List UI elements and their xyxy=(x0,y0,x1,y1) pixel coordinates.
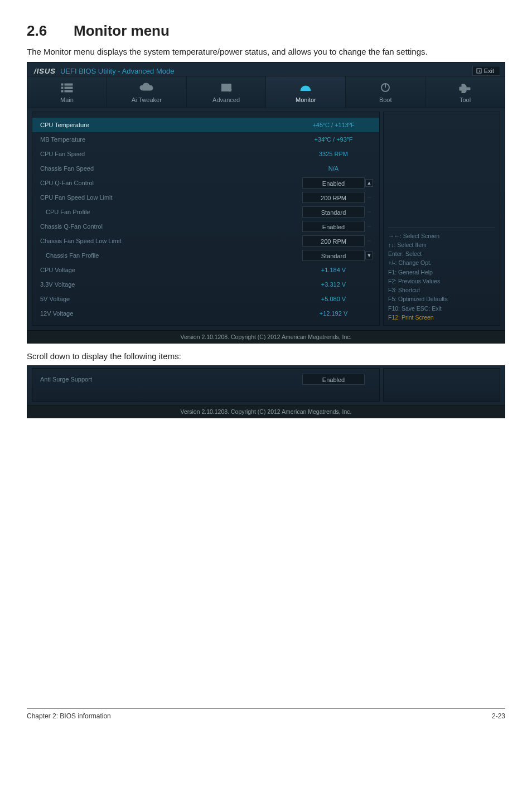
tab-boot[interactable]: Boot xyxy=(346,76,425,108)
row-cpu-voltage[interactable]: CPU Voltage+1.184 V xyxy=(32,263,379,277)
item-value: N/A xyxy=(302,165,365,172)
tab-ai-tweaker[interactable]: Ai Tweaker xyxy=(107,76,187,108)
scroll-track[interactable] xyxy=(367,240,371,241)
item-label: 3.3V Voltage xyxy=(40,281,302,288)
item-value: +34ºC / +93ºF xyxy=(302,136,365,143)
tab-advanced[interactable]: Advanced xyxy=(187,76,267,108)
chip-icon xyxy=(187,82,266,93)
scroll-note: Scroll down to display the following ite… xyxy=(27,351,505,361)
tab-label: Advanced xyxy=(187,96,266,103)
help-pane-fragment xyxy=(383,368,500,402)
help-pane: →←: Select Screen ↑↓: Select Item Enter:… xyxy=(383,112,500,326)
item-label: Chassis Fan Profile xyxy=(40,252,302,259)
wrench-icon xyxy=(425,82,505,93)
item-label: CPU Fan Speed Low Limit xyxy=(40,194,302,201)
power-icon xyxy=(346,82,425,93)
svg-point-8 xyxy=(228,88,231,91)
help-line: F12: Print Screen xyxy=(388,313,495,322)
item-value[interactable]: Standard xyxy=(302,206,365,218)
item-value: +45ºC / +113ºF xyxy=(302,122,365,128)
scroll-track[interactable] xyxy=(367,226,371,227)
page-footer: Chapter 2: BIOS information 2-23 xyxy=(27,708,505,720)
intro-paragraph: The Monitor menu displays the system tem… xyxy=(27,46,505,57)
row-3v3-voltage[interactable]: 3.3V Voltage+3.312 V xyxy=(32,277,379,292)
item-value[interactable]: Enabled xyxy=(302,374,365,385)
list-icon xyxy=(27,82,107,93)
scroll-track[interactable] xyxy=(367,197,371,198)
svg-rect-0 xyxy=(477,69,481,73)
item-label: 5V Voltage xyxy=(40,296,302,302)
item-value: +5.080 V xyxy=(302,296,365,302)
settings-list-fragment: Anti Surge Support Enabled xyxy=(32,368,380,402)
item-label: CPU Fan Profile xyxy=(40,209,302,215)
item-value[interactable]: 200 RPM xyxy=(302,192,365,203)
brand-logo: /ISUS xyxy=(34,67,56,75)
item-label: CPU Voltage xyxy=(40,267,302,273)
svg-rect-5 xyxy=(61,90,63,92)
help-line: F1: General Help xyxy=(388,268,495,277)
footer-right: 2-23 xyxy=(492,712,505,720)
tab-monitor[interactable]: Monitor xyxy=(266,76,346,108)
help-text: →←: Select Screen ↑↓: Select Item Enter:… xyxy=(388,228,495,322)
svg-rect-3 xyxy=(61,87,63,89)
bios-window-main: /ISUS UEFI BIOS Utility - Advanced Mode … xyxy=(27,62,505,344)
tab-tool[interactable]: Tool xyxy=(425,76,505,108)
bios-mode-text: UEFI BIOS Utility - Advanced Mode xyxy=(60,67,174,75)
help-line: F2: Previous Values xyxy=(388,277,495,286)
tab-label: Main xyxy=(27,96,107,103)
tab-label: Ai Tweaker xyxy=(107,96,186,103)
item-value[interactable]: Enabled xyxy=(302,221,365,232)
row-anti-surge[interactable]: Anti Surge Support Enabled xyxy=(32,372,379,386)
section-title-text: Monitor menu xyxy=(74,22,170,39)
row-chassis-fan-profile[interactable]: Chassis Fan ProfileStandard▼ xyxy=(32,248,379,263)
svg-rect-1 xyxy=(61,84,63,85)
help-line: ↑↓: Select Item xyxy=(388,240,495,249)
item-label: Chassis Fan Speed Low Limit xyxy=(40,238,302,244)
row-cpu-fan-speed[interactable]: CPU Fan Speed3325 RPM xyxy=(32,147,379,161)
item-value: +1.184 V xyxy=(302,267,365,273)
settings-list: CPU Temperature+45ºC / +113ºF MB Tempera… xyxy=(32,112,380,326)
row-cpu-temperature[interactable]: CPU Temperature+45ºC / +113ºF xyxy=(32,118,379,132)
help-line: Enter: Select xyxy=(388,249,495,258)
scroll-track[interactable] xyxy=(367,211,371,212)
item-value: 3325 RPM xyxy=(302,151,365,157)
help-line: +/-: Change Opt. xyxy=(388,258,495,267)
item-label: CPU Temperature xyxy=(40,122,302,128)
item-value[interactable]: Enabled xyxy=(302,177,365,189)
row-12v-voltage[interactable]: 12V Voltage+12.192 V xyxy=(32,306,379,321)
item-label: MB Temperature xyxy=(40,136,302,143)
item-label: Chassis Fan Speed xyxy=(40,165,302,172)
help-line: F10: Save ESC: Exit xyxy=(388,304,495,313)
item-value[interactable]: 200 RPM xyxy=(302,235,365,247)
item-label: 12V Voltage xyxy=(40,310,302,317)
exit-button[interactable]: Exit xyxy=(472,66,500,76)
help-line: F3: Shortcut xyxy=(388,286,495,294)
row-chassis-fan-low-limit[interactable]: Chassis Fan Speed Low Limit200 RPM xyxy=(32,234,379,248)
help-line: →←: Select Screen xyxy=(388,231,495,240)
svg-rect-4 xyxy=(65,87,72,89)
exit-icon xyxy=(476,68,482,74)
bios-footer: Version 2.10.1208. Copyright (C) 2012 Am… xyxy=(27,330,505,343)
title-bar: /ISUS UEFI BIOS Utility - Advanced Mode … xyxy=(27,62,505,76)
row-chassis-fan-speed[interactable]: Chassis Fan SpeedN/A xyxy=(32,161,379,176)
row-cpu-fan-low-limit[interactable]: CPU Fan Speed Low Limit200 RPM xyxy=(32,190,379,205)
row-5v-voltage[interactable]: 5V Voltage+5.080 V xyxy=(32,292,379,306)
section-heading: 2.6Monitor menu xyxy=(27,22,505,40)
scroll-up-button[interactable]: ▲ xyxy=(365,179,373,187)
item-value: +12.192 V xyxy=(302,310,365,317)
tab-main[interactable]: Main xyxy=(27,76,107,108)
scroll-down-button[interactable]: ▼ xyxy=(365,252,373,259)
tab-label: Tool xyxy=(425,96,505,103)
tab-label: Monitor xyxy=(266,96,345,103)
item-value[interactable]: Standard xyxy=(302,250,365,261)
row-chassis-qfan-control[interactable]: Chassis Q-Fan ControlEnabled xyxy=(32,219,379,234)
item-label: CPU Fan Speed xyxy=(40,151,302,157)
item-value: +3.312 V xyxy=(302,281,365,288)
row-cpu-fan-profile[interactable]: CPU Fan ProfileStandard xyxy=(32,205,379,219)
row-mb-temperature[interactable]: MB Temperature+34ºC / +93ºF xyxy=(32,132,379,147)
row-cpu-qfan-control[interactable]: CPU Q-Fan ControlEnabled▲ xyxy=(32,176,379,190)
exit-label: Exit xyxy=(484,67,494,74)
section-number: 2.6 xyxy=(27,22,74,40)
footer-left: Chapter 2: BIOS information xyxy=(27,712,111,720)
svg-rect-2 xyxy=(65,84,72,85)
